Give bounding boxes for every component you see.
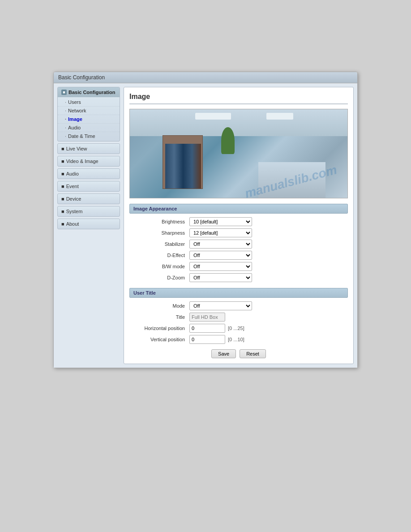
- office-shelf-books: [165, 144, 201, 189]
- sidebar-sub-items: Users Network Image Audio Date & Time: [58, 97, 120, 141]
- spacer-1: [129, 284, 348, 288]
- sidebar-video-image-label: Video & Image: [66, 159, 98, 164]
- vertical-position-row: Vertical position [0 ...10]: [129, 335, 348, 344]
- expand-icon: ■: [61, 90, 67, 95]
- sidebar-audio-label: Audio: [66, 171, 79, 176]
- stabilizer-row: Stabilizer Off On: [129, 240, 348, 249]
- sidebar-live-view-label: Live View: [66, 146, 87, 151]
- sidebar-basic-config: ■ Basic Configuration Users Network Imag…: [57, 87, 120, 142]
- horizontal-position-input[interactable]: [189, 324, 225, 333]
- sidebar-item-device[interactable]: ■ Device: [57, 193, 120, 204]
- sharpness-select[interactable]: 12 [default] 1 5 15: [189, 228, 252, 237]
- bw-mode-row: B/W mode Off On: [129, 262, 348, 271]
- title-row: Title: [129, 313, 348, 322]
- sidebar-event-label: Event: [66, 184, 79, 189]
- stabilizer-select[interactable]: Off On: [189, 240, 252, 249]
- sidebar-item-system[interactable]: ■ System: [57, 206, 120, 217]
- audio-icon: ■: [61, 171, 64, 176]
- d-zoom-label: D-Zoom: [131, 275, 189, 280]
- sidebar-device-label: Device: [66, 196, 81, 202]
- horizontal-position-row: Horizontal position [0 ...25]: [129, 324, 348, 333]
- live-view-icon: ■: [61, 146, 64, 151]
- camera-image-container: manualslib.com: [129, 109, 348, 198]
- mode-label: Mode: [131, 303, 189, 309]
- sidebar-item-network-label: Network: [68, 108, 86, 113]
- camera-image: manualslib.com: [129, 109, 348, 198]
- horizontal-position-hint: [0 ...25]: [228, 326, 244, 331]
- save-button[interactable]: Save: [211, 349, 236, 358]
- sidebar-item-audio[interactable]: Audio: [58, 124, 120, 132]
- brightness-select[interactable]: 10 [default] 1 5 15: [189, 217, 252, 226]
- sidebar-item-image-label: Image: [68, 116, 82, 122]
- office-desk: [258, 162, 325, 198]
- brightness-label: Brightness: [131, 219, 189, 224]
- sidebar-item-event[interactable]: ■ Event: [57, 181, 120, 192]
- image-appearance-header: Image Appearance: [129, 204, 348, 214]
- office-light-1: [195, 113, 231, 120]
- office-ceiling: [130, 109, 347, 136]
- title-label: Title: [131, 314, 189, 320]
- about-icon: ■: [61, 221, 64, 227]
- reset-button[interactable]: Reset: [240, 349, 266, 358]
- window-title: Basic Configuration: [58, 74, 105, 81]
- sidebar-item-date-time[interactable]: Date & Time: [58, 132, 120, 140]
- page-title: Image: [129, 93, 348, 104]
- content-area: Image manualslib.com Image Appearance: [124, 87, 354, 364]
- window-title-bar: Basic Configuration: [54, 72, 357, 83]
- d-effect-label: D-Effect: [131, 253, 189, 258]
- button-row: Save Reset: [129, 349, 348, 358]
- brightness-row: Brightness 10 [default] 1 5 15: [129, 217, 348, 226]
- d-effect-select[interactable]: Off On: [189, 251, 252, 260]
- sidebar-item-network[interactable]: Network: [58, 107, 120, 115]
- d-zoom-row: D-Zoom Off On: [129, 273, 348, 282]
- device-icon: ■: [61, 196, 64, 202]
- sidebar-item-live-view[interactable]: ■ Live View: [57, 143, 120, 154]
- office-shelf: [163, 135, 203, 189]
- sidebar-about-label: About: [66, 221, 79, 227]
- sidebar-item-video-image[interactable]: ■ Video & Image: [57, 156, 120, 167]
- sharpness-label: Sharpness: [131, 230, 189, 236]
- sidebar-item-date-time-label: Date & Time: [68, 133, 95, 139]
- stabilizer-label: Stabilizer: [131, 241, 189, 247]
- office-plant: [221, 127, 235, 154]
- vertical-position-label: Vertical position: [131, 337, 189, 342]
- bw-mode-label: B/W mode: [131, 264, 189, 269]
- sidebar-item-users-label: Users: [68, 99, 81, 105]
- d-zoom-select[interactable]: Off On: [189, 273, 252, 282]
- vertical-position-hint: [0 ...10]: [228, 337, 244, 342]
- mode-select[interactable]: Off On: [189, 301, 252, 310]
- system-icon: ■: [61, 209, 64, 214]
- event-icon: ■: [61, 184, 64, 189]
- title-input[interactable]: [189, 313, 225, 322]
- d-effect-row: D-Effect Off On: [129, 251, 348, 260]
- main-window: Basic Configuration ■ Basic Configuratio…: [53, 72, 358, 368]
- office-light-2: [266, 113, 293, 120]
- horizontal-position-label: Horizontal position: [131, 326, 189, 331]
- sharpness-row: Sharpness 12 [default] 1 5 15: [129, 228, 348, 237]
- sidebar-basic-config-label: Basic Configuration: [68, 90, 116, 95]
- sidebar-item-image[interactable]: Image: [58, 115, 120, 124]
- sidebar-item-users[interactable]: Users: [58, 98, 120, 107]
- main-layout: ■ Basic Configuration Users Network Imag…: [54, 83, 357, 368]
- video-image-icon: ■: [61, 159, 64, 164]
- sidebar-item-about[interactable]: ■ About: [57, 219, 120, 229]
- bw-mode-select[interactable]: Off On: [189, 262, 252, 271]
- mode-row: Mode Off On: [129, 301, 348, 310]
- sidebar: ■ Basic Configuration Users Network Imag…: [57, 87, 120, 364]
- sidebar-item-audio[interactable]: ■ Audio: [57, 168, 120, 179]
- user-title-header: User Title: [129, 288, 348, 298]
- sidebar-system-label: System: [66, 209, 83, 214]
- sidebar-basic-config-header[interactable]: ■ Basic Configuration: [58, 87, 120, 97]
- sidebar-item-audio-label: Audio: [68, 125, 81, 130]
- vertical-position-input[interactable]: [189, 335, 225, 344]
